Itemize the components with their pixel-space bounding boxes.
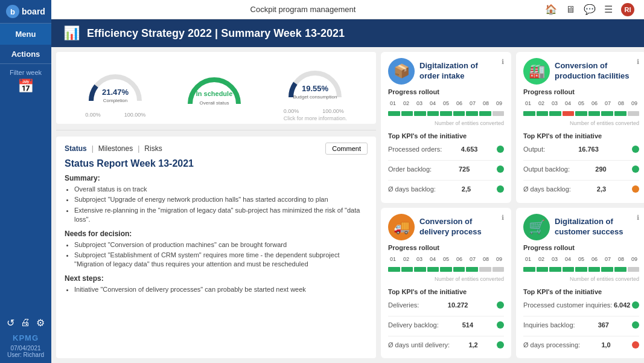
kpi-value: 10.272 <box>448 301 468 309</box>
kpi-dot <box>497 301 504 309</box>
kpi-value: 2,3 <box>597 185 606 193</box>
comment-button[interactable]: Comment <box>325 143 368 155</box>
b-icon: b <box>6 5 19 18</box>
header-title: Efficiency Strategy 2022 | Summary Week … <box>87 27 345 40</box>
menu-button[interactable]: Menu <box>0 24 51 45</box>
info-icon[interactable]: ℹ <box>502 214 504 222</box>
card-digitalization-customer: 🛒 Digitalization of customer success ℹ P… <box>516 208 644 359</box>
kpi-value: 4.653 <box>461 146 478 153</box>
kpi-row: Order backlog: 725 <box>388 165 504 173</box>
nav-risks[interactable]: Risks <box>144 144 162 153</box>
decision-item-1: Subproject "Conversion of production mac… <box>74 240 368 249</box>
rollout-numbers: 010203040506070809 <box>388 100 504 106</box>
rollout-bar <box>523 267 639 272</box>
info-icon[interactable]: ℹ <box>502 58 504 66</box>
card-header: 🚚 Conversion of delivery process ℹ <box>388 214 504 240</box>
svg-text:19.55%: 19.55% <box>302 84 329 93</box>
kpi-dot <box>497 146 504 153</box>
rollout-numbers: 010203040506070809 <box>388 256 504 262</box>
kpi-value: 514 <box>462 321 473 329</box>
rollout-numbers: 010203040506070809 <box>523 100 639 106</box>
card-icon: 🚚 <box>388 214 415 240</box>
header-banner: 📊 Efficiency Strategy 2022 | Summary Wee… <box>51 19 644 47</box>
menu-icon[interactable]: ☰ <box>604 4 613 15</box>
card-header: 📦 Digitalization of order intake ℹ <box>388 58 504 85</box>
nav-milestones[interactable]: Milestones <box>98 144 133 153</box>
filter-label: Filter week <box>10 69 42 76</box>
home-icon[interactable]: 🏠 <box>545 4 557 15</box>
gauge-budget-min: 0.00% <box>284 108 299 114</box>
sidebar-date: 07/04/2021 <box>10 345 40 352</box>
kpi-dot <box>497 341 504 349</box>
card-title: Conversion of delivery process <box>419 217 497 237</box>
card-title: Digitalization of order intake <box>419 61 497 82</box>
refresh-icon[interactable]: ↺ <box>7 317 14 329</box>
kpi-value: 2,5 <box>462 185 471 193</box>
kpi-value: 1,2 <box>468 341 477 349</box>
entities-label: Number of entities converted <box>523 276 639 282</box>
entities-label: Number of entities converted <box>388 276 504 282</box>
progress-label: Progress rollout <box>523 244 639 251</box>
svg-text:Overall status: Overall status <box>200 100 229 106</box>
right-panels: 📦 Digitalization of order intake ℹ Progr… <box>381 52 644 358</box>
kpi-row: Output backlog: 290 <box>523 165 639 173</box>
top-nav: Cockpit program management 🏠 🖥 💬 ☰ RI <box>51 0 644 19</box>
nav-status[interactable]: Status <box>65 144 87 153</box>
print-icon[interactable]: 🖨 <box>21 317 30 329</box>
kpi-value: 16.763 <box>578 146 599 153</box>
kpi-dot <box>497 185 504 193</box>
kpi-row: Processed orders: 4.653 <box>388 146 504 153</box>
card-title: Conversion of production facilities <box>555 61 632 82</box>
kpi-value: 6.042 <box>614 301 631 309</box>
info-icon[interactable]: ℹ <box>637 58 639 66</box>
status-nav: Status | Milestones | Risks <box>65 144 162 153</box>
chat-icon[interactable]: 💬 <box>584 4 596 15</box>
card-icon: 🏭 <box>523 58 550 85</box>
kpi-name: Processed orders: <box>388 146 442 153</box>
kpi-name: Deliveries: <box>388 301 419 309</box>
progress-label: Progress rollout <box>388 88 504 95</box>
kpi-value: 367 <box>598 321 609 329</box>
kpi-dot <box>632 301 639 309</box>
kpi-dot <box>632 165 639 173</box>
info-icon[interactable]: ℹ <box>637 214 639 222</box>
kpi-dot <box>632 321 639 329</box>
kpi-title: Top KPI's of the initiative <box>388 132 504 140</box>
budget-gauge: 19.55% Budget consumption 0.00% 100.00% … <box>284 58 347 121</box>
monitor-icon[interactable]: 🖥 <box>566 4 575 15</box>
status-panel: Status | Milestones | Risks Comment Stat… <box>56 137 376 358</box>
top-nav-title: Cockpit program management <box>250 5 356 14</box>
settings-icon[interactable]: ⚙ <box>36 317 45 329</box>
card-conversion-delivery: 🚚 Conversion of delivery process ℹ Progr… <box>381 208 511 359</box>
summary-item-1: Overall status is on track <box>74 185 368 194</box>
actions-button[interactable]: Actions <box>0 45 51 64</box>
rollout-numbers: 010203040506070809 <box>523 256 639 262</box>
main-content: Cockpit program management 🏠 🖥 💬 ☰ RI 📊 … <box>51 0 644 363</box>
filter-icon: 📅 <box>0 79 51 94</box>
filter-week[interactable]: Filter week 📅 <box>0 64 51 101</box>
status-header: Status | Milestones | Risks Comment <box>65 143 368 155</box>
kpi-name: Delivery backlog: <box>388 321 439 329</box>
decision-title: Needs for decision: <box>65 230 368 238</box>
content-area: 21.47% Completion 0.00% 100.00% In sched… <box>51 47 644 363</box>
kpi-value: 290 <box>595 165 606 173</box>
kpi-name: Inquiries backlog: <box>523 321 575 329</box>
kpi-value: 725 <box>459 165 470 173</box>
entities-label: Number of entities converted <box>523 120 639 126</box>
click-info: Click for more information. <box>284 115 347 121</box>
card-conversion-production: 🏭 Conversion of production facilities ℹ … <box>516 52 644 203</box>
kpi-name: Ø days processing: <box>523 341 580 349</box>
kpi-name: Ø days backlog: <box>523 185 571 193</box>
board-label: board <box>22 7 45 16</box>
kpi-dot <box>497 321 504 329</box>
kpi-name: Output backlog: <box>523 165 570 173</box>
kpi-row: Ø days until delivery: 1,2 <box>388 341 504 349</box>
kpi-value: 1,0 <box>601 341 610 349</box>
rollout-bar <box>388 267 504 272</box>
kpi-name: Output: <box>523 146 545 153</box>
sidebar-logo: b board <box>0 0 51 24</box>
sidebar-bottom-icons: ↺ 🖨 ⚙ <box>7 317 45 329</box>
decision-item-2: Subproject "Establishment of CRM system"… <box>74 251 368 269</box>
summary-list: Overall status is on track Subproject "U… <box>65 185 368 225</box>
progress-label: Progress rollout <box>523 88 639 95</box>
